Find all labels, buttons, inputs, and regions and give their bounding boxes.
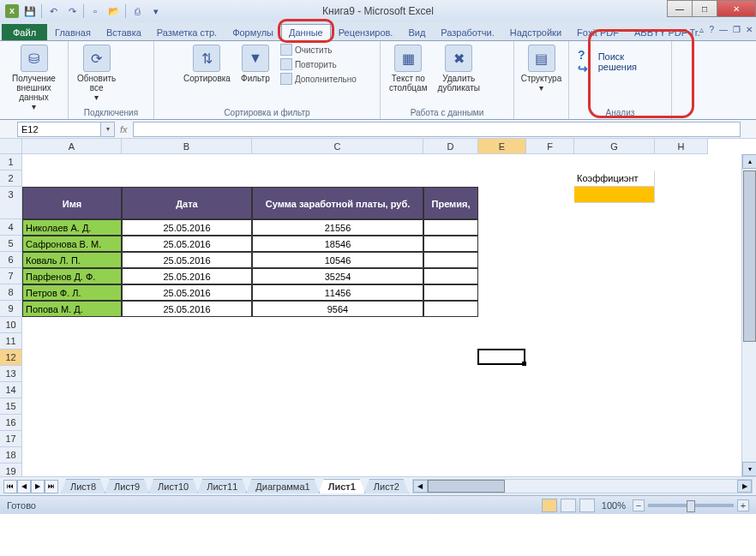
tab-главная[interactable]: Главная	[47, 24, 99, 40]
tab-данные[interactable]: Данные	[281, 24, 331, 41]
row-header-12[interactable]: 12	[0, 350, 22, 366]
tab-file[interactable]: Файл	[2, 24, 47, 40]
row-header-15[interactable]: 15	[0, 398, 22, 415]
row-header-11[interactable]: 11	[0, 333, 22, 350]
cell[interactable]: 18546	[252, 236, 423, 252]
row-header-2[interactable]: 2	[0, 170, 22, 187]
maximize-button[interactable]: □	[692, 0, 717, 17]
cell[interactable]: 25.05.2016	[122, 219, 252, 236]
page-layout-view-button[interactable]	[561, 499, 576, 512]
ribbon-minimize-icon[interactable]: ▵	[699, 25, 704, 34]
cell[interactable]: 25.05.2016	[122, 252, 252, 268]
help-icon[interactable]: ?	[709, 25, 714, 34]
outline-button[interactable]: ▤ Структура▾	[519, 43, 563, 94]
tab-foxit-pdf[interactable]: Foxit PDF	[569, 24, 627, 40]
row-header-9[interactable]: 9	[0, 301, 22, 317]
clear-filter-button[interactable]: Очистить	[277, 43, 360, 57]
advanced-filter-button[interactable]: Дополнительно	[277, 72, 360, 86]
row-header-18[interactable]: 18	[0, 447, 22, 463]
doc-minimize-icon[interactable]: —	[719, 25, 728, 34]
tab-надстройки[interactable]: Надстройки	[502, 24, 569, 40]
name-box-dropdown[interactable]: ▾	[101, 122, 115, 137]
zoom-in-button[interactable]: +	[737, 499, 749, 511]
tab-abbyy-pdf-tr-[interactable]: ABBYY PDF Tr.	[627, 24, 708, 40]
get-external-data-button[interactable]: ⛁ Получение внешних данных▾	[5, 43, 63, 113]
cell[interactable]	[574, 187, 655, 203]
filter-button[interactable]: ▼ Фильтр	[237, 43, 273, 85]
cell[interactable]: Сумма заработной платы, руб.	[252, 187, 423, 219]
qat-open-icon[interactable]: 📂	[106, 3, 122, 19]
close-button[interactable]: ✕	[717, 0, 756, 17]
sheet-prev-icon[interactable]: ◀	[17, 480, 31, 493]
sheet-tab-Диаграмма1[interactable]: Диаграмма1	[246, 479, 319, 493]
row-header-1[interactable]: 1	[0, 154, 22, 170]
minimize-button[interactable]: —	[667, 0, 693, 17]
doc-close-icon[interactable]: ✕	[746, 25, 753, 34]
row-header-13[interactable]: 13	[0, 366, 22, 382]
row-header-19[interactable]: 19	[0, 463, 22, 476]
scroll-up-icon[interactable]: ▴	[742, 154, 756, 169]
row-header-5[interactable]: 5	[0, 236, 22, 252]
cell[interactable]: Петров Ф. Л.	[22, 284, 122, 301]
qat-undo-icon[interactable]: ↶	[45, 3, 61, 19]
scroll-down-icon[interactable]: ▾	[742, 462, 756, 476]
zoom-out-button[interactable]: −	[633, 499, 645, 511]
refresh-all-button[interactable]: ⟳ Обновить все▾	[74, 43, 119, 104]
col-header-C[interactable]: C	[252, 139, 423, 154]
qat-customize-icon[interactable]: ▾	[148, 3, 164, 19]
row-header-6[interactable]: 6	[0, 252, 22, 268]
qat-print-icon[interactable]: ⎙	[129, 3, 145, 19]
tab-вставка[interactable]: Вставка	[99, 24, 149, 40]
tab-формулы[interactable]: Формулы	[225, 24, 281, 40]
row-header-14[interactable]: 14	[0, 382, 22, 398]
remove-duplicates-button[interactable]: ✖ Удалить дубликаты	[435, 43, 483, 94]
cell[interactable]: Премия, руб	[423, 187, 478, 219]
hscroll-right-icon[interactable]: ▶	[737, 480, 752, 493]
cell[interactable]: 10546	[252, 252, 423, 268]
zoom-slider[interactable]	[648, 504, 734, 507]
horizontal-scrollbar[interactable]: ◀ ▶	[412, 479, 753, 493]
page-break-view-button[interactable]	[579, 499, 595, 512]
cell[interactable]: Николаев А. Д.	[22, 219, 122, 236]
cell[interactable]: Коваль Л. П.	[22, 252, 122, 268]
cell[interactable]	[423, 219, 478, 236]
cell[interactable]: Коэффициэнт	[574, 170, 655, 187]
cell[interactable]: 25.05.2016	[122, 301, 252, 317]
text-to-columns-button[interactable]: ▦ Текст по столбцам	[386, 43, 431, 94]
doc-restore-icon[interactable]: ❐	[733, 25, 741, 34]
vscroll-thumb[interactable]	[743, 170, 756, 342]
sheet-tab-Лист10[interactable]: Лист10	[148, 479, 198, 493]
cell[interactable]: Дата	[122, 187, 252, 219]
col-header-H[interactable]: H	[655, 139, 708, 154]
cell[interactable]	[423, 284, 478, 301]
sort-za-icon[interactable]	[159, 61, 177, 78]
cell[interactable]: Парфенов Д. Ф.	[22, 268, 122, 284]
col-header-G[interactable]: G	[574, 139, 655, 154]
cell[interactable]	[423, 252, 478, 268]
cell[interactable]	[423, 301, 478, 317]
cell[interactable]: 35254	[252, 268, 423, 284]
cell[interactable]: 11456	[252, 284, 423, 301]
sheet-last-icon[interactable]: ⏭	[45, 480, 58, 493]
row-header-8[interactable]: 8	[0, 284, 22, 301]
sheet-tab-Лист2[interactable]: Лист2	[364, 479, 409, 493]
sort-button[interactable]: ⇅ Сортировка	[180, 43, 234, 85]
col-header-B[interactable]: B	[122, 139, 252, 154]
cell[interactable]: 25.05.2016	[122, 268, 252, 284]
row-header-10[interactable]: 10	[0, 317, 22, 333]
normal-view-button[interactable]	[542, 499, 557, 512]
hscroll-left-icon[interactable]: ◀	[413, 480, 428, 493]
sheet-tab-Лист11[interactable]: Лист11	[197, 479, 247, 493]
cell[interactable]: 21556	[252, 219, 423, 236]
tab-рецензиров-[interactable]: Рецензиров.	[331, 24, 401, 40]
reapply-button[interactable]: Повторить	[277, 57, 360, 71]
sheet-first-icon[interactable]: ⏮	[3, 480, 17, 493]
tab-разработчи-[interactable]: Разработчи.	[433, 24, 501, 40]
row-header-16[interactable]: 16	[0, 415, 22, 431]
sheet-next-icon[interactable]: ▶	[31, 480, 45, 493]
sheet-tab-Лист1[interactable]: Лист1	[319, 479, 365, 493]
cell[interactable]	[423, 268, 478, 284]
cell[interactable]: 25.05.2016	[122, 284, 252, 301]
name-box[interactable]: E12	[17, 122, 101, 137]
sort-az-icon[interactable]	[159, 43, 177, 60]
